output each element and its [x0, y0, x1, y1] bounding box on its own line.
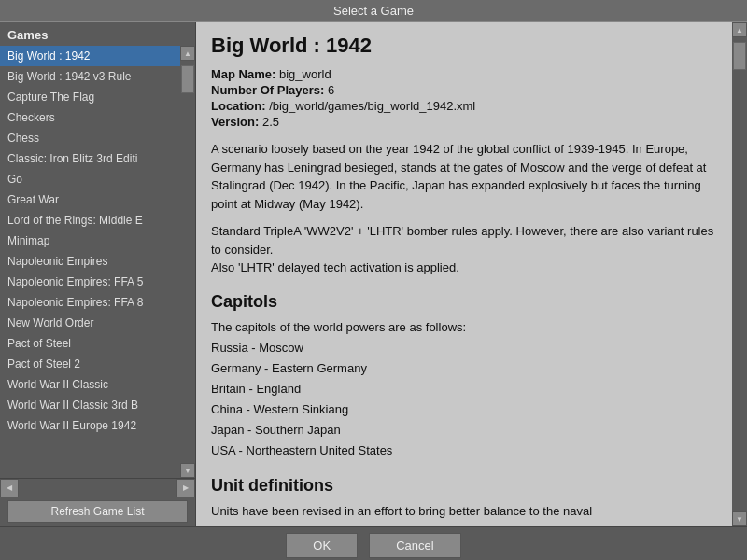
capitols-intro: The capitols of the world powers are as …	[211, 317, 717, 338]
game-list-item[interactable]: Napoleonic Empires	[0, 251, 180, 272]
rules-text: Standard TripleA 'WW2V2' + 'LHTR' bomber…	[211, 222, 717, 277]
game-list-item[interactable]: Great War	[0, 189, 180, 210]
game-list-item[interactable]: Napoleonic Empires: FFA 5	[0, 272, 180, 292]
game-list-item[interactable]: Minimap	[0, 231, 180, 251]
location-label: Location:	[211, 99, 266, 113]
game-list-item[interactable]: Big World : 1942 v3 Rule	[0, 66, 180, 87]
unit-defs-body: Units have been revised in an effort to …	[211, 501, 717, 522]
location-value: /big_world/games/big_world_1942.xml	[269, 99, 475, 113]
description-text: A scenario loosely based on the year 194…	[211, 140, 717, 213]
content-area: Games Big World : 1942Big World : 1942 v…	[0, 22, 747, 526]
scroll-track	[180, 61, 195, 463]
capitol-item: Britain - England	[211, 379, 717, 399]
right-scroll-area: Big World : 1942 Map Name: big_world Num…	[196, 22, 747, 526]
capitols-section: The capitols of the world powers are as …	[211, 317, 717, 462]
capitol-item: Germany - Eastern Germany	[211, 358, 717, 379]
list-scroll-up[interactable]: ▲	[180, 46, 195, 61]
refresh-game-list-button[interactable]: Refresh Game List	[7, 500, 188, 523]
right-panel: Big World : 1942 Map Name: big_world Num…	[196, 22, 732, 526]
game-list-item[interactable]: Pact of Steel 2	[0, 354, 180, 374]
game-list-item[interactable]: Napoleonic Empires: FFA 8	[0, 292, 180, 313]
game-list-item[interactable]: Checkers	[0, 107, 180, 128]
list-scrollbar: ▲ ▼	[180, 46, 195, 478]
game-list-item[interactable]: Capture The Flag	[0, 87, 180, 107]
capitols-list: Russia - MoscowGermany - Eastern Germany…	[211, 338, 717, 462]
game-title: Big World : 1942	[211, 34, 717, 58]
h-scroll-track	[19, 479, 176, 497]
capitol-item: USA - Northeastern United States	[211, 441, 717, 461]
unit-defs-text: Units have been revised in an effort to …	[211, 501, 717, 522]
list-scroll-down[interactable]: ▼	[180, 463, 195, 478]
title-text: Select a Game	[333, 4, 414, 18]
capitol-item: Russia - Moscow	[211, 338, 717, 358]
game-list-item[interactable]: Chess	[0, 128, 180, 148]
game-list-item[interactable]: Go	[0, 169, 180, 189]
players-value: 6	[328, 83, 334, 97]
capitol-item: China - Western Sinkiang	[211, 399, 717, 420]
description: A scenario loosely based on the year 194…	[211, 140, 717, 277]
games-list-container: Big World : 1942Big World : 1942 v3 Rule…	[0, 46, 195, 478]
game-list-item[interactable]: World War II Classic	[0, 374, 180, 395]
games-label: Games	[0, 22, 195, 46]
right-scrollbar: ▲ ▼	[732, 22, 747, 526]
game-list-item[interactable]: Pact of Steel	[0, 333, 180, 354]
scroll-thumb[interactable]	[181, 65, 194, 93]
capitol-item: Japan - Southern Japan	[211, 420, 717, 441]
map-name-value: big_world	[279, 67, 331, 81]
right-scroll-track	[732, 37, 747, 511]
right-scroll-down[interactable]: ▼	[732, 511, 747, 526]
ok-button[interactable]: OK	[286, 533, 358, 558]
main-container: Games Big World : 1942Big World : 1942 v…	[0, 22, 747, 560]
version-line: Version: 2.5	[211, 115, 717, 129]
capitols-title: Capitols	[211, 292, 717, 312]
games-list[interactable]: Big World : 1942Big World : 1942 v3 Rule…	[0, 46, 180, 478]
game-list-item[interactable]: World War II Classic 3rd B	[0, 395, 180, 415]
game-list-item[interactable]: World War II Europe 1942	[0, 415, 180, 436]
game-list-item[interactable]: Classic: Iron Blitz 3rd Editi	[0, 148, 180, 169]
unit-defs-title: Unit definitions	[211, 476, 717, 496]
game-list-item[interactable]: New World Order	[0, 313, 180, 333]
h-scroll-right[interactable]: ▶	[176, 479, 195, 497]
version-value: 2.5	[262, 115, 279, 129]
h-scroll-container: ◀ ▶	[0, 478, 195, 497]
title-bar: Select a Game	[0, 0, 747, 22]
h-scroll-left[interactable]: ◀	[0, 479, 19, 497]
map-name-line: Map Name: big_world	[211, 67, 717, 81]
right-scroll-thumb[interactable]	[733, 42, 746, 70]
right-scroll-up[interactable]: ▲	[732, 22, 747, 37]
game-list-item[interactable]: Big World : 1942	[0, 46, 180, 66]
bottom-bar: OK Cancel	[0, 526, 747, 560]
cancel-button[interactable]: Cancel	[369, 533, 460, 558]
location-line: Location: /big_world/games/big_world_194…	[211, 99, 717, 113]
game-list-item[interactable]: Lord of the Rings: Middle E	[0, 210, 180, 231]
players-label: Number Of Players:	[211, 83, 324, 97]
left-panel: Games Big World : 1942Big World : 1942 v…	[0, 22, 196, 526]
version-label: Version:	[211, 115, 259, 129]
map-name-label: Map Name:	[211, 67, 275, 81]
players-line: Number Of Players: 6	[211, 83, 717, 97]
